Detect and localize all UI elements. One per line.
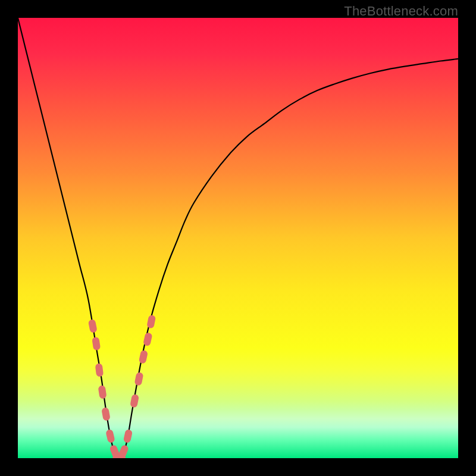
watermark-text: TheBottleneck.com xyxy=(344,4,458,19)
highlight-dot xyxy=(95,363,104,377)
highlight-dot xyxy=(134,372,143,386)
highlight-dot xyxy=(88,319,98,333)
chart-frame: TheBottleneck.com xyxy=(0,0,476,476)
bottleneck-curve xyxy=(18,18,458,458)
highlight-dots xyxy=(88,315,156,458)
highlight-dot xyxy=(130,394,139,408)
highlight-dot xyxy=(143,332,153,346)
highlight-dot xyxy=(118,444,129,458)
highlight-dot xyxy=(146,315,156,329)
highlight-dot xyxy=(92,337,101,351)
plot-area xyxy=(18,18,458,458)
highlight-dot xyxy=(139,350,148,364)
chart-svg xyxy=(18,18,458,458)
highlight-dot xyxy=(101,407,111,421)
highlight-dot xyxy=(98,385,107,399)
highlight-dot xyxy=(105,429,115,443)
highlight-dot xyxy=(123,429,133,443)
